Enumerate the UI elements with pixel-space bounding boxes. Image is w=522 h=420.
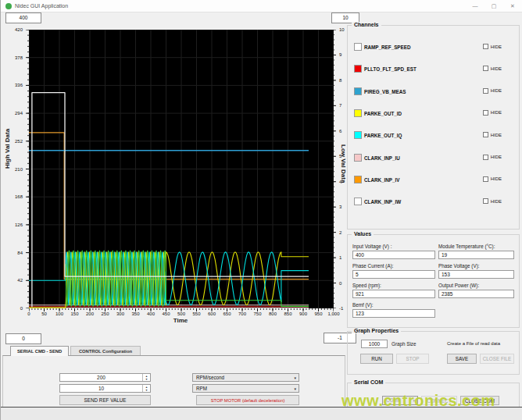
channel-color-swatch xyxy=(354,131,362,139)
value-field-label: Speed (rpm): xyxy=(352,283,381,288)
value-field-label: Bemf (V): xyxy=(352,302,374,308)
stepper-arrows-icon[interactable]: ▲▼ xyxy=(142,385,150,392)
hide-label: HIDE xyxy=(491,66,502,71)
channel-color-swatch xyxy=(354,65,362,73)
hide-checkbox[interactable] xyxy=(483,110,488,116)
x-axis-label: Time xyxy=(149,317,212,324)
hide-checkbox[interactable] xyxy=(483,132,488,137)
value-field-label: Input Voltage (V) : xyxy=(352,244,392,249)
window-title: Nidec GUI Application xyxy=(15,3,68,9)
x-tick-label: 700 xyxy=(234,311,250,316)
x-tick-label: 250 xyxy=(98,311,113,316)
y-left-tick-label: 0 xyxy=(5,306,23,311)
channel-row: CLARK_INP_IVHIDE xyxy=(354,176,513,185)
channel-name: CLARK_INP_IV xyxy=(364,177,400,183)
y-left-tick-label: 84 xyxy=(5,251,23,255)
value-field-input[interactable]: 5 xyxy=(352,270,435,279)
unit-dropdown-2[interactable]: RPM ▾ xyxy=(192,384,299,393)
maximize-button[interactable]: ▢ xyxy=(484,0,503,12)
hide-label: HIDE xyxy=(491,199,502,204)
x-tick-label: 50 xyxy=(37,311,52,316)
hide-checkbox[interactable] xyxy=(483,88,488,94)
x-tick-label: 450 xyxy=(159,311,174,316)
hide-checkbox[interactable] xyxy=(483,66,488,71)
channel-color-swatch xyxy=(354,198,362,205)
values-groupbox: Values Input Voltage (V) :400Module Temp… xyxy=(347,234,520,328)
channel-name: PIREG_VB_MEAS xyxy=(364,89,406,94)
chevron-down-icon: ▾ xyxy=(294,374,296,381)
close-button[interactable]: ✕ xyxy=(503,0,522,12)
waveform-plot xyxy=(29,30,334,308)
channel-row: RAMP_REF_SPEEDHIDE xyxy=(354,43,513,52)
hide-label: HIDE xyxy=(491,155,502,159)
left-y-axis-ruler xyxy=(24,30,29,308)
channel-name: PARKE_OUT_ID xyxy=(364,111,402,116)
hide-checkbox[interactable] xyxy=(483,176,488,182)
x-tick-label: 350 xyxy=(128,311,144,316)
hide-checkbox[interactable] xyxy=(483,44,488,49)
x-tick-label: 550 xyxy=(189,311,205,316)
high-axis-min-input[interactable]: 0 xyxy=(5,333,41,344)
hide-checkbox-group: HIDE xyxy=(483,132,502,137)
x-tick-label: 800 xyxy=(265,311,281,316)
x-tick-label: 500 xyxy=(173,311,189,316)
chevron-down-icon: ▾ xyxy=(294,385,296,392)
left-y-axis-label: High Val Data xyxy=(4,129,11,169)
channel-row: PLLTO_FLT_SPD_ESTHIDE xyxy=(354,65,513,74)
value-field-input[interactable]: 400 xyxy=(352,251,435,259)
x-tick-label: 100 xyxy=(52,311,67,316)
hide-checkbox-group: HIDE xyxy=(483,155,502,160)
value-field-input[interactable]: 921 xyxy=(352,290,435,298)
channel-color-swatch xyxy=(354,87,362,95)
right-y-axis-ruler xyxy=(333,30,338,308)
channel-name: CLARK_INP_IU xyxy=(364,155,400,161)
x-tick-label: 950 xyxy=(311,311,327,316)
hide-checkbox[interactable] xyxy=(483,198,488,204)
channel-color-swatch xyxy=(354,154,362,162)
graph-size-input[interactable]: 1000 xyxy=(361,340,388,348)
step-value-stepper[interactable]: 10 ▲▼ xyxy=(59,384,151,393)
y-left-tick-label: 294 xyxy=(5,111,23,116)
close-file-button[interactable]: CLOSE FILE xyxy=(480,354,514,364)
x-tick-label: 600 xyxy=(204,311,220,316)
x-tick-label: 650 xyxy=(220,311,235,316)
unit-dropdown-1[interactable]: RPM/second ▾ xyxy=(192,373,299,382)
hide-checkbox-group: HIDE xyxy=(483,198,502,204)
stop-motor-button[interactable]: STOP MOTOR (default deceleration) xyxy=(196,395,299,405)
unit-dropdown-1-value: RPM/second xyxy=(196,374,224,381)
run-button[interactable]: RUN xyxy=(360,354,393,364)
values-title: Values xyxy=(352,231,374,237)
y-left-tick-label: 336 xyxy=(5,83,23,87)
channel-color-swatch xyxy=(354,109,362,117)
graph-properties-groupbox: Graph Properties 1000 Graph Size Create … xyxy=(347,331,520,375)
ref-value-stepper[interactable]: 200 ▲▼ xyxy=(59,373,151,382)
watermark: www.cntronics.com xyxy=(341,392,495,410)
x-tick-label: 850 xyxy=(281,311,296,316)
value-field-input[interactable]: 123 xyxy=(352,309,435,318)
value-field-input[interactable]: 2385 xyxy=(438,290,514,298)
hide-label: HIDE xyxy=(491,176,502,181)
tab-serial-cmd-send[interactable]: SERIAL CMD - SEND xyxy=(10,346,69,356)
minimize-button[interactable]: — xyxy=(466,0,484,12)
stop-button[interactable]: STOP xyxy=(396,354,429,364)
value-field-input[interactable]: 19 xyxy=(438,251,514,259)
app-icon xyxy=(5,3,12,9)
hide-label: HIDE xyxy=(491,133,502,137)
value-field-label: Phase Voltage (V): xyxy=(438,263,480,269)
right-y-axis-label: Low Val Data xyxy=(340,144,347,183)
hide-checkbox[interactable] xyxy=(483,155,488,160)
ref-value: 200 xyxy=(60,374,142,381)
x-tick-label: 900 xyxy=(295,311,311,316)
graph-properties-title: Graph Properties xyxy=(352,328,401,333)
value-field-input[interactable]: 153 xyxy=(438,270,514,279)
save-button[interactable]: SAVE xyxy=(447,354,477,364)
high-axis-max-input[interactable]: 400 xyxy=(5,12,41,23)
channel-name: CLARK_INP_IW xyxy=(364,199,401,205)
y-left-tick-label: 126 xyxy=(5,222,23,227)
value-field-label: Phase Current (A): xyxy=(352,263,394,269)
channel-name: PLLTO_FLT_SPD_EST xyxy=(364,66,417,72)
y-left-tick-label: 420 xyxy=(5,27,23,32)
stepper-arrows-icon[interactable]: ▲▼ xyxy=(142,374,150,381)
y-left-tick-label: 42 xyxy=(5,278,23,283)
send-ref-value-button[interactable]: SEND REF VALUE xyxy=(59,395,151,405)
